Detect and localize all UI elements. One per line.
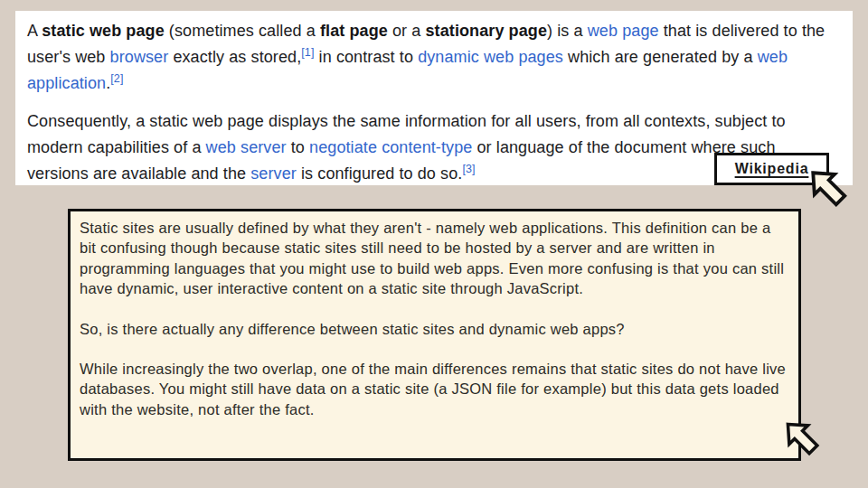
wiki-link[interactable]: negotiate content-type	[309, 138, 472, 156]
slide: A static web page (sometimes called a fl…	[0, 0, 868, 488]
wiki-text: flat page	[320, 22, 388, 40]
wiki-text: or a	[388, 22, 426, 40]
wiki-link[interactable]: dynamic web pages	[418, 48, 563, 66]
wiki-link[interactable]: web server	[206, 138, 287, 156]
wiki-link[interactable]: browser	[110, 48, 169, 66]
wiki-text: which are generated by a	[563, 48, 758, 66]
wiki-reference-link[interactable]: [1]	[301, 46, 314, 59]
wiki-text: in contrast to	[314, 48, 418, 66]
wiki-text: A	[27, 22, 42, 40]
note-paragraph: Static sites are usually defined by what…	[80, 218, 788, 299]
wiki-text: ) is a	[547, 22, 588, 40]
wiki-link[interactable]: server	[250, 164, 297, 183]
wiki-reference-link[interactable]: [2]	[110, 72, 123, 85]
notes-card: Static sites are usually defined by what…	[68, 209, 801, 461]
note-paragraph: While increasingly the two overlap, one …	[80, 359, 788, 419]
wiki-paragraph: A static web page (sometimes called a fl…	[27, 18, 840, 97]
wiki-text: static web page	[42, 22, 165, 40]
wiki-text: to	[287, 138, 309, 156]
wiki-reference-link[interactable]: [3]	[462, 163, 475, 175]
wikipedia-button[interactable]: Wikipedia	[714, 153, 829, 185]
wiki-text: stationary page	[425, 22, 547, 40]
wiki-text: exactly as stored,	[168, 48, 301, 66]
wiki-link[interactable]: web page	[588, 22, 659, 40]
wiki-text: (sometimes called a	[165, 22, 320, 40]
note-paragraph: So, is there actually any difference bet…	[80, 319, 788, 339]
wiki-text: is configured to do so.	[297, 164, 463, 183]
